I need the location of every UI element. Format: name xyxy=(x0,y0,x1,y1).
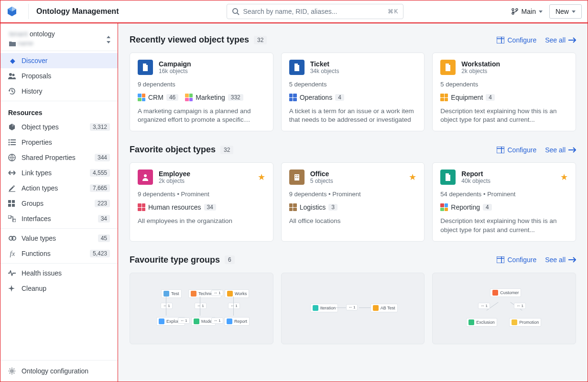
nav-health[interactable]: Health issues xyxy=(0,265,118,281)
nav-config[interactable]: Ontology configuration xyxy=(0,361,118,382)
topbar: Ontology Management Search by name, RID,… xyxy=(0,0,588,23)
nav-proposals[interactable]: Proposals xyxy=(0,68,118,84)
seeall-link[interactable]: See all xyxy=(545,36,576,44)
star-icon[interactable]: ★ xyxy=(560,172,568,182)
branch-selector[interactable]: Main xyxy=(511,8,543,15)
svg-rect-20 xyxy=(13,219,16,222)
rings-icon xyxy=(8,235,17,241)
layout-icon xyxy=(497,256,504,263)
card-campaign[interactable]: Campaign16k objects 9 dependents CRM46 M… xyxy=(130,53,273,131)
section-badge: 6 xyxy=(225,255,235,264)
arrow-right-icon xyxy=(568,147,576,153)
svg-rect-24 xyxy=(497,37,504,43)
svg-point-2 xyxy=(512,9,514,11)
app-title: Ontology Management xyxy=(36,7,119,16)
list-icon xyxy=(8,139,16,146)
search-icon xyxy=(232,8,240,15)
search-placeholder: Search by name, RID, aliases... xyxy=(243,8,338,15)
section-recent: Recently viewed object types 32 Configur… xyxy=(130,35,576,131)
nav-properties[interactable]: Properties xyxy=(0,135,118,150)
doc-icon xyxy=(440,60,456,75)
section-title: Favourite type groups xyxy=(130,255,220,265)
svg-point-9 xyxy=(9,142,10,143)
svg-rect-31 xyxy=(294,174,299,180)
nav-interfaces[interactable]: Interfaces34 xyxy=(0,211,118,226)
svg-rect-12 xyxy=(11,144,16,145)
graph-diagram: Test Technician ↔ 1 Works ↔ 1 ↔ 1 ↔ 1 Ex… xyxy=(130,280,273,337)
group-card-2[interactable]: Customer ↔ 1 ↔ 1 Exclusion Promotion xyxy=(432,273,576,344)
search-input[interactable]: Search by name, RID, aliases... ⌘K xyxy=(227,4,403,19)
card-ticket[interactable]: Ticket34k objects 5 dependents Operation… xyxy=(281,53,425,131)
building-icon xyxy=(289,170,305,185)
gear-icon xyxy=(8,367,16,375)
nav-shared-properties[interactable]: Shared Properties344 xyxy=(0,150,118,165)
nav-object-types[interactable]: Object types3,312 xyxy=(0,119,118,135)
seeall-link[interactable]: See all xyxy=(545,146,576,154)
svg-rect-17 xyxy=(8,204,11,207)
caret-down-icon xyxy=(572,11,576,13)
svg-point-6 xyxy=(12,74,15,76)
graph-diagram: Customer ↔ 1 ↔ 1 Exclusion Promotion xyxy=(433,280,576,337)
section-title: Recently viewed object types xyxy=(130,35,249,45)
svg-rect-16 xyxy=(12,200,15,203)
svg-point-0 xyxy=(233,9,238,13)
nav-discover[interactable]: ◆Discover xyxy=(0,53,118,68)
configure-link[interactable]: Configure xyxy=(497,256,536,264)
arrow-right-icon xyxy=(568,37,576,43)
svg-rect-15 xyxy=(8,200,11,203)
svg-rect-10 xyxy=(11,142,16,143)
svg-rect-19 xyxy=(8,215,11,218)
search-shortcut: ⌘K xyxy=(388,8,398,15)
person-icon xyxy=(138,170,153,185)
card-office[interactable]: Office5 objects ★ 9 dependents • Promine… xyxy=(281,162,425,241)
link-icon xyxy=(8,170,16,175)
svg-point-7 xyxy=(9,139,10,141)
nav-cleanup[interactable]: Cleanup xyxy=(0,281,118,296)
section-groups: Favourite type groups 6 Configure See al… xyxy=(130,255,576,344)
seeall-link[interactable]: See all xyxy=(545,256,576,264)
card-employee[interactable]: Employee2k objects ★ 9 dependents • Prom… xyxy=(130,162,273,241)
nav-action-types[interactable]: Action types7,665 xyxy=(0,180,118,196)
svg-rect-32 xyxy=(295,175,296,176)
doc-icon xyxy=(289,60,305,75)
card-workstation[interactable]: Workstation2k objects 5 dependents Equip… xyxy=(432,53,576,131)
cube-icon xyxy=(8,123,16,131)
configure-link[interactable]: Configure xyxy=(497,146,536,154)
grid-icon xyxy=(8,200,15,207)
edit-icon xyxy=(8,184,16,192)
star-icon[interactable]: ★ xyxy=(409,172,416,182)
branch-icon xyxy=(511,8,519,15)
nav-value-types[interactable]: Value types45 xyxy=(0,231,118,246)
interface-icon xyxy=(8,215,16,222)
nav-functions[interactable]: fxFunctions5,423 xyxy=(0,246,118,261)
svg-rect-14 xyxy=(9,191,15,192)
nav-link-types[interactable]: Link types4,555 xyxy=(0,165,118,180)
graph-diagram: Iteration ↔ 1 AB Test xyxy=(282,280,425,337)
layout-icon xyxy=(497,37,504,43)
svg-rect-35 xyxy=(297,177,298,178)
ontology-switcher[interactable]: tenantontology name xyxy=(0,23,118,51)
sparkle-icon xyxy=(8,285,15,292)
svg-point-30 xyxy=(144,174,147,177)
nav-groups[interactable]: Groups223 xyxy=(0,196,118,211)
group-card-1[interactable]: Iteration ↔ 1 AB Test xyxy=(281,273,425,344)
folder-icon xyxy=(9,41,16,46)
configure-link[interactable]: Configure xyxy=(497,36,536,44)
svg-rect-34 xyxy=(295,177,296,178)
star-icon[interactable]: ★ xyxy=(258,172,265,182)
section-title: Favorite object types xyxy=(130,145,216,155)
caret-down-icon xyxy=(539,11,543,13)
svg-rect-33 xyxy=(297,175,298,176)
svg-point-11 xyxy=(9,144,10,146)
section-badge: 32 xyxy=(254,36,267,44)
resources-header: Resources xyxy=(0,103,118,119)
card-report[interactable]: Report40k objects ★ 54 dependents • Prom… xyxy=(432,162,576,241)
layout-icon xyxy=(497,147,504,153)
svg-point-3 xyxy=(516,9,518,11)
people-icon xyxy=(8,73,16,79)
nav-history[interactable]: History xyxy=(0,84,118,99)
group-card-0[interactable]: Test Technician ↔ 1 Works ↔ 1 ↔ 1 ↔ 1 Ex… xyxy=(130,273,273,344)
new-button[interactable]: New xyxy=(549,4,582,19)
main-content: Recently viewed object types 32 Configur… xyxy=(118,23,588,382)
history-icon xyxy=(8,87,16,95)
